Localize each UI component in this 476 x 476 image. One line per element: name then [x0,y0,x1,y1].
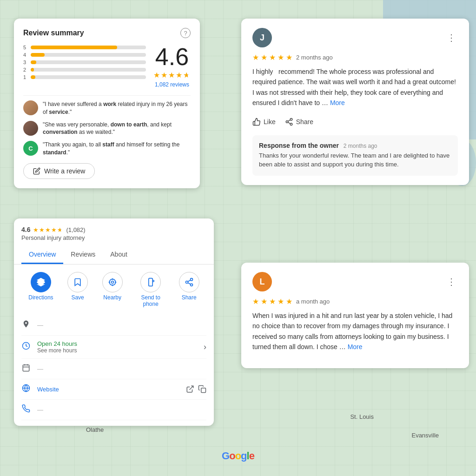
owner-response-1: Response from the owner 2 months ago Tha… [252,135,458,176]
review-summary-title: Review summary [23,29,84,37]
star-3: ★ [168,71,175,79]
hours-row[interactable]: Open 24 hours See more hours › [21,336,206,359]
website-row[interactable]: Website [21,379,206,400]
send-to-phone-button[interactable]: Send to phone [137,272,165,308]
review-more-options-2[interactable]: ⋮ [445,274,458,289]
review-card-1: J ⋮ ★ ★ ★ ★ ★ 2 months ago I highly reco… [241,19,469,185]
nearby-icon [108,278,117,287]
stars-sm: ★ ★ ★ ★ ★ ★ [33,226,63,233]
svg-rect-7 [149,278,152,286]
globe-icon [21,384,31,395]
nearby-button[interactable]: Nearby [102,272,123,308]
snippet-2: "She was very personable, down to earth,… [23,121,191,137]
share-button-1[interactable]: Share [285,115,313,129]
svg-point-2 [109,279,115,285]
review-more-2[interactable]: More [348,343,363,350]
snippet-text-1: "I have never suffered a work related in… [43,100,191,116]
bar-fill-1 [31,75,35,79]
share-button[interactable]: Share [179,272,199,308]
tab-about[interactable]: About [103,246,135,264]
review-star-5: ★ [286,53,292,62]
rating-section: 5 4 3 2 [23,45,191,88]
address-row: — [21,315,206,336]
write-review-button[interactable]: Write a review [23,163,95,179]
tab-reviews[interactable]: Reviews [63,246,103,264]
review-time-1: 2 months ago [296,54,333,61]
city-label-evansville: Evansville [411,432,439,439]
hours-text: Open 24 hours See more hours [37,340,197,354]
svg-point-1 [111,281,113,284]
review-star-2-2: ★ [261,297,267,306]
review-star-2-3: ★ [269,297,276,306]
stars-row: ★ ★ ★ ★ ★ ★ [153,71,191,79]
svg-rect-22 [201,388,206,393]
rating-num-sm: 4.6 [21,226,30,233]
svg-line-13 [188,280,191,281]
save-button[interactable]: Save [67,272,88,308]
bar-row-2: 2 [23,67,146,73]
location-icon [21,320,31,331]
review-count-link[interactable]: 1,082 reviews [155,81,189,88]
svg-point-10 [185,281,188,284]
review-text-1: I highly recommend! The whole process wa… [252,66,458,108]
divider-1 [23,95,191,96]
review-card-2: L ⋮ ★ ★ ★ ★ ★ a month ago When I was inj… [241,263,469,368]
external-link-icon[interactable] [186,385,194,393]
bar-fill-2 [31,68,34,72]
info-rows: — Open 24 hours See more hours › [14,315,214,426]
city-label-stlouis: St. Louis [350,413,374,420]
help-icon[interactable]: ? [180,28,191,38]
review-text-2: When I was injured in a hit and run last… [252,311,458,352]
review-stars-row-1: ★ ★ ★ ★ ★ 2 months ago [252,53,458,62]
nearby-icon-circle [102,272,123,292]
snippet-text-2: "She was very personable, down to earth,… [43,121,191,137]
reviewer-header-2: L ⋮ [252,272,458,291]
phone-text: — [37,406,206,413]
review-stars-row-2: ★ ★ ★ ★ ★ a month ago [252,297,458,306]
review-more-1[interactable]: More [330,99,345,106]
bar-row-5: 5 [23,45,146,50]
bar-row-4: 4 [23,52,146,58]
review-more-options-1[interactable]: ⋮ [445,30,458,45]
star-sm-3: ★ [45,226,51,233]
save-icon-circle [67,272,88,292]
bar-track-2 [31,68,146,72]
bar-fill-4 [31,53,45,57]
phone-icon [21,404,31,415]
rating-inline: 4.6 ★ ★ ★ ★ ★ ★ (1,082) [21,226,206,233]
star-sm-5: ★ ★ [57,226,63,233]
google-logo: Google [222,450,254,462]
directions-button[interactable]: Directions [28,272,53,308]
directions-icon-circle [31,272,51,292]
bar-row-1: 1 [23,74,146,80]
address-text: — [37,322,206,329]
copy-icon[interactable] [198,385,206,393]
hours-arrow: › [204,342,206,352]
owner-response-time-1: 2 months ago [344,143,377,149]
reviewer-header-1: J ⋮ [252,28,458,47]
star-sm-4: ★ [51,226,57,233]
review-summary-card: Review summary ? 5 4 3 [14,19,200,188]
svg-line-26 [288,122,290,124]
tabs: Overview Reviews About [14,246,214,264]
snippet-text-3: "Thank you again, to all staff and himse… [43,141,191,157]
tab-overview[interactable]: Overview [21,246,63,264]
avatar-img-1 [23,100,38,115]
star-4: ★ [176,71,182,79]
save-label: Save [71,294,84,301]
send-to-phone-icon [146,278,155,287]
card-header: Review summary ? [23,28,191,38]
snippet-1: "I have never suffered a work related in… [23,100,191,116]
phone-row[interactable]: — [21,400,206,420]
like-button-1[interactable]: Like [252,115,276,129]
review-star-4: ★ [278,53,284,62]
bar-track-3 [31,60,146,64]
website-text: Website [37,386,179,393]
svg-rect-15 [23,365,29,371]
star-2: ★ [161,71,167,79]
like-icon [252,118,261,126]
directions-label: Directions [28,294,53,301]
like-label-1: Like [264,118,276,126]
share-icon-1 [285,118,293,126]
reviewer-avatar-j: J [252,28,272,47]
